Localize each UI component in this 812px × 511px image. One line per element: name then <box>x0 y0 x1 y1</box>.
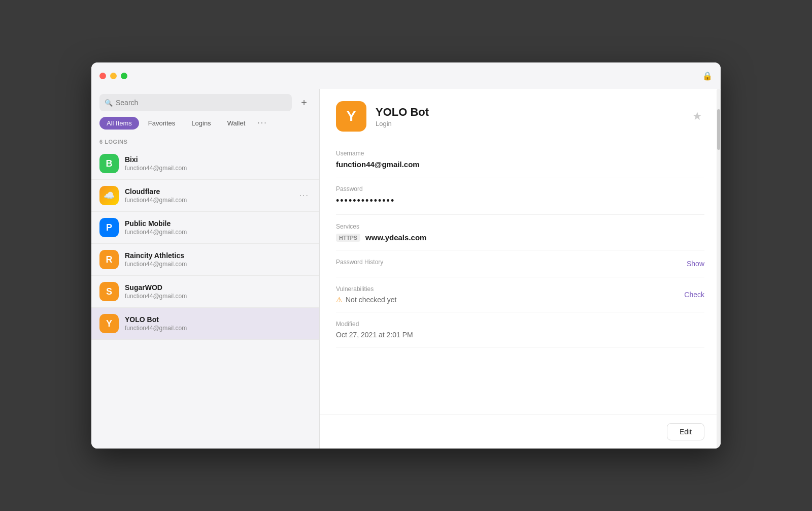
list-item-yolo-bot[interactable]: Y YOLO Bot function44@gmail.com <box>91 308 319 340</box>
scrollbar[interactable] <box>717 89 721 449</box>
minimize-button[interactable] <box>110 73 117 79</box>
detail-avatar: Y <box>336 101 366 132</box>
login-name-public-mobile: Public Mobile <box>125 219 311 228</box>
detail-footer: Edit <box>320 414 721 449</box>
services-field: Services HTTPS www.ydeals.com <box>336 215 704 250</box>
logins-section-header: 6 LOGINS <box>91 135 319 148</box>
password-field: Password •••••••••••••• <box>336 177 704 215</box>
avatar-cloudflare: ☁️ <box>99 186 119 205</box>
password-label: Password <box>336 185 704 193</box>
detail-panel: Y YOLO Bot Login ★ Username function44@g… <box>320 89 721 449</box>
more-tabs-button[interactable]: ··· <box>254 116 270 130</box>
item-more-cloudflare[interactable]: ··· <box>297 189 311 202</box>
list-item-raincity[interactable]: R Raincity Athletics function44@gmail.co… <box>91 244 319 276</box>
show-password-history-button[interactable]: Show <box>687 260 704 268</box>
list-item-public-mobile[interactable]: P Public Mobile function44@gmail.com <box>91 212 319 244</box>
list-item-bixi[interactable]: B Bixi function44@gmail.com <box>91 148 319 180</box>
app-window: 🔒 🔍 + All Items Favorites Logins Wallet … <box>91 62 721 449</box>
services-label: Services <box>336 223 704 230</box>
titlebar: 🔒 <box>91 62 721 89</box>
favorite-star-button[interactable]: ★ <box>690 108 704 125</box>
list-item-cloudflare[interactable]: ☁️ Cloudflare function44@gmail.com ··· <box>91 180 319 212</box>
avatar-bixi: B <box>99 154 119 173</box>
login-info-cloudflare: Cloudflare function44@gmail.com <box>125 187 291 204</box>
maximize-button[interactable] <box>121 73 127 79</box>
username-value: function44@gmail.com <box>336 160 704 169</box>
login-info-yolo-bot: YOLO Bot function44@gmail.com <box>125 315 311 332</box>
avatar-yolo-bot: Y <box>99 314 119 333</box>
avatar-sugarwod: S <box>99 282 119 301</box>
check-vulnerabilities-button[interactable]: Check <box>684 291 704 299</box>
login-email-sugarwod: function44@gmail.com <box>125 293 311 300</box>
https-badge: HTTPS <box>336 234 360 242</box>
list-item-sugarwod[interactable]: S SugarWOD function44@gmail.com <box>91 276 319 308</box>
vulnerabilities-field: Vulnerabilities ⚠ Not checked yet Check <box>336 277 704 312</box>
search-bar-container: 🔍 + <box>91 89 319 116</box>
username-field: Username function44@gmail.com <box>336 142 704 177</box>
sidebar: 🔍 + All Items Favorites Logins Wallet ··… <box>91 89 320 449</box>
detail-fields: Username function44@gmail.com Password •… <box>320 142 721 414</box>
password-value: •••••••••••••• <box>336 196 704 206</box>
search-icon: 🔍 <box>105 99 113 107</box>
modified-label: Modified <box>336 321 704 328</box>
main-content: 🔍 + All Items Favorites Logins Wallet ··… <box>91 89 721 449</box>
detail-subtitle: Login <box>376 120 681 127</box>
password-history-field: Password History Show <box>336 250 704 277</box>
login-email-public-mobile: function44@gmail.com <box>125 229 311 236</box>
filter-tabs: All Items Favorites Logins Wallet ··· <box>91 116 319 135</box>
login-info-raincity: Raincity Athletics function44@gmail.com <box>125 251 311 268</box>
login-name-bixi: Bixi <box>125 155 311 164</box>
login-email-yolo-bot: function44@gmail.com <box>125 325 311 332</box>
avatar-public-mobile: P <box>99 218 119 237</box>
services-row: HTTPS www.ydeals.com <box>336 233 704 242</box>
modified-value: Oct 27, 2021 at 2:01 PM <box>336 331 704 339</box>
cloudflare-icon-symbol: ☁️ <box>104 190 115 201</box>
login-list: B Bixi function44@gmail.com ☁️ Cloudflar… <box>91 148 319 449</box>
modified-field: Modified Oct 27, 2021 at 2:01 PM <box>336 312 704 347</box>
login-email-raincity: function44@gmail.com <box>125 261 311 268</box>
search-input[interactable] <box>116 99 287 107</box>
tab-all-items[interactable]: All Items <box>99 117 139 130</box>
username-label: Username <box>336 150 704 157</box>
detail-header: Y YOLO Bot Login ★ <box>320 89 721 142</box>
login-email-cloudflare: function44@gmail.com <box>125 197 291 204</box>
login-info-sugarwod: SugarWOD function44@gmail.com <box>125 283 311 300</box>
login-name-raincity: Raincity Athletics <box>125 251 311 260</box>
login-name-cloudflare: Cloudflare <box>125 187 291 196</box>
password-history-label: Password History <box>336 259 687 266</box>
vulnerabilities-left: Vulnerabilities ⚠ Not checked yet <box>336 285 684 304</box>
lock-icon: 🔒 <box>702 71 713 81</box>
password-history-left: Password History <box>336 259 687 269</box>
tab-favorites[interactable]: Favorites <box>141 117 182 130</box>
login-email-bixi: function44@gmail.com <box>125 165 311 172</box>
login-name-yolo-bot: YOLO Bot <box>125 315 311 324</box>
login-name-sugarwod: SugarWOD <box>125 283 311 292</box>
tab-wallet[interactable]: Wallet <box>220 117 253 130</box>
vulnerability-status-text: Not checked yet <box>346 296 396 304</box>
search-bar[interactable]: 🔍 <box>99 94 292 111</box>
login-info-bixi: Bixi function44@gmail.com <box>125 155 311 172</box>
avatar-raincity: R <box>99 250 119 269</box>
traffic-lights <box>99 73 127 79</box>
vulnerabilities-label: Vulnerabilities <box>336 285 684 293</box>
scrollbar-thumb <box>717 109 720 150</box>
vulnerabilities-status-row: ⚠ Not checked yet <box>336 296 684 304</box>
add-item-button[interactable]: + <box>297 95 311 110</box>
edit-button[interactable]: Edit <box>667 423 704 440</box>
tab-logins[interactable]: Logins <box>184 117 218 130</box>
login-info-public-mobile: Public Mobile function44@gmail.com <box>125 219 311 236</box>
vulnerability-info-icon: ⚠ <box>336 296 343 304</box>
detail-title: YOLO Bot <box>376 106 681 119</box>
close-button[interactable] <box>99 73 106 79</box>
service-url[interactable]: www.ydeals.com <box>365 233 426 242</box>
detail-title-block: YOLO Bot Login <box>376 106 681 127</box>
